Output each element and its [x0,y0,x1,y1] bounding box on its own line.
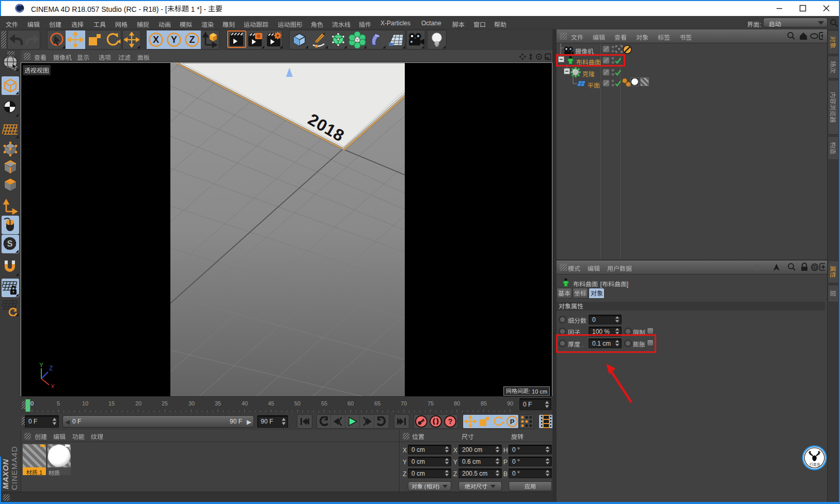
svg-text:?: ? [448,417,453,426]
svg-text:90: 90 [507,400,513,407]
svg-text:Y: Y [170,35,177,45]
svg-text:Y: Y [39,362,43,369]
svg-text:10: 10 [82,400,88,407]
svg-text:Z: Z [49,365,53,372]
svg-text:0: 0 [30,400,34,407]
svg-text:45: 45 [268,400,274,407]
svg-text:70: 70 [401,400,407,407]
svg-text:60: 60 [347,400,354,407]
svg-text:40: 40 [242,400,248,407]
svg-text:X: X [152,35,159,45]
svg-text:75: 75 [427,400,434,407]
svg-text:55: 55 [321,400,327,407]
svg-text:Z: Z [189,35,195,45]
svg-text:80: 80 [454,400,460,407]
svg-text:5: 5 [57,400,60,407]
svg-text:P: P [510,418,514,426]
svg-text:50: 50 [294,400,300,407]
svg-text:65: 65 [374,400,381,407]
svg-text:25: 25 [162,400,168,407]
svg-text:30: 30 [188,400,195,407]
svg-text:15: 15 [108,400,115,407]
svg-text:20: 20 [135,400,141,407]
svg-text:X: X [51,383,55,388]
svg-text:85: 85 [481,400,487,407]
svg-text:S: S [7,239,13,248]
svg-text:35: 35 [215,400,221,407]
